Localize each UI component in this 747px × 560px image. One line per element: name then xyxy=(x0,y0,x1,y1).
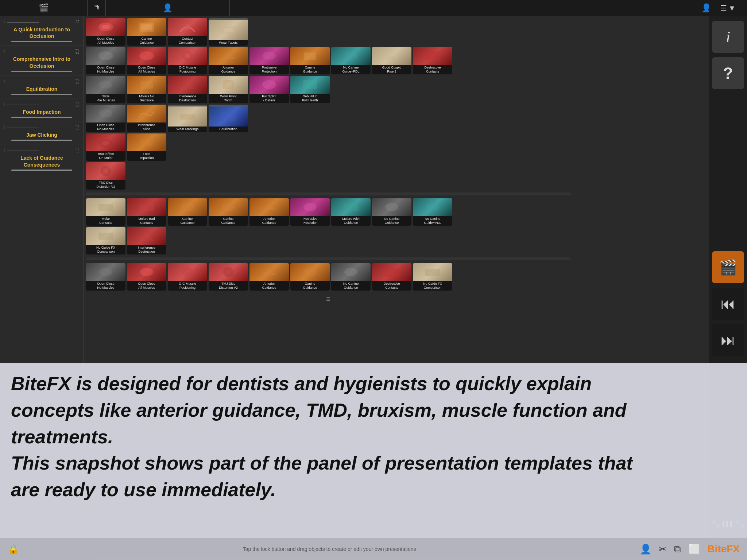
thumb-interference-destruction-2[interactable]: InterferenceDestruction xyxy=(127,227,166,254)
thumb-no-canine-guide-pdl-2[interactable]: No CanineGuide+PDL xyxy=(413,198,452,226)
thumb-label: InterferenceDestruction xyxy=(168,94,207,103)
thumb-tmj-disc-distortion-v2-1[interactable]: TMJ DiscDistortion V2 xyxy=(86,162,125,190)
thumb-equilibration[interactable]: Equilibration xyxy=(209,105,248,132)
copy-btn[interactable]: ⿻ xyxy=(75,19,80,25)
svg-point-41 xyxy=(140,268,153,276)
thumb-no-canine-guide-pdl-1[interactable]: No CanineGuide+PDL xyxy=(331,47,371,74)
thumb-label: Brux EffectOn Molar xyxy=(86,151,125,161)
info-icon-6: i xyxy=(4,148,5,153)
sidebar-item-food-impaction[interactable]: i ———————— ⿻ Food Impaction xyxy=(0,98,84,121)
thumb-no-guide-fx-comparison-2[interactable]: No Guide FXComparison xyxy=(413,263,452,291)
thumb-molar-contacts[interactable]: MolarContacts xyxy=(86,198,125,226)
thumb-molars-bad-contacts[interactable]: Molars BadContacts xyxy=(127,198,166,226)
sidebar-item-comprehensive-intro[interactable]: i ———————— ⿻ Comprehensive Intro to Occl… xyxy=(0,46,84,75)
thumb-label: AnteriorGuidance xyxy=(209,65,248,74)
thumb-oc-muscle-positioning[interactable]: O-C MusclePositioning xyxy=(168,47,207,74)
thumb-destructive-contacts-1[interactable]: DestructiveContacts xyxy=(413,47,452,74)
lock-icon[interactable]: 🔒 xyxy=(7,544,19,555)
thumb-full-splint-details[interactable]: Full Splint- Details xyxy=(249,76,289,103)
copy-btn-6[interactable]: ⿻ xyxy=(75,147,80,153)
copy-btn-2[interactable]: ⿻ xyxy=(75,48,80,54)
svg-point-45 xyxy=(344,268,357,276)
film-icon[interactable]: 🎬 xyxy=(33,3,54,13)
thumb-no-guide-fx-comparison-1[interactable]: No Guide FXComparison xyxy=(86,227,125,254)
svg-rect-24 xyxy=(221,112,236,121)
thumb-anterior-guidance-3[interactable]: AnteriorGuidance xyxy=(249,263,289,291)
thumb-open-close-all-muscles-3[interactable]: Open CloseAll Muscles xyxy=(127,263,166,291)
thumb-protrusive-protection-1[interactable]: ProtrusiveProtection xyxy=(249,47,289,74)
thumb-food-impaction[interactable]: FoodImpaction xyxy=(127,133,166,161)
sidebar-item-lack-of-guidance[interactable]: i ———————— ⿻ Lack of Guidance Consequenc… xyxy=(0,144,84,174)
thumb-label: Molars WithGuidance xyxy=(331,216,371,226)
thumb-slide-no-muscles[interactable]: Slide-No Muscles xyxy=(86,76,125,103)
sidebar-item-quick-intro[interactable]: i ———————— ⿻ A Quick Introduction to Occ… xyxy=(0,16,84,46)
grid-row-8: No Guide FXComparison InterferenceDestru… xyxy=(86,227,570,254)
thumb-no-canine-guidance-2[interactable]: No CanineGuidance xyxy=(331,263,371,291)
list-icon[interactable]: ☰ xyxy=(720,4,727,12)
help-button[interactable]: ? xyxy=(712,57,744,89)
thumb-interference-destruction-1[interactable]: InterferenceDestruction xyxy=(168,76,207,103)
thumb-open-close-all-muscles-1[interactable]: Open CloseAll Muscles xyxy=(86,18,125,46)
thumb-rebuild-to-full-health[interactable]: Rebuild toFull Health xyxy=(290,76,330,103)
sidebar-item-title-2: Comprehensive Intro to Occlusion xyxy=(4,56,80,69)
info-button[interactable]: i xyxy=(712,21,744,53)
thumb-worn-front-tooth[interactable]: Worn FrontTooth xyxy=(209,76,248,103)
svg-rect-16 xyxy=(140,81,153,89)
thumb-anterior-guidance-2[interactable]: AnteriorGuidance xyxy=(249,198,289,226)
thumb-good-cuspid-rise-2[interactable]: Good CuspidRise 2 xyxy=(372,47,411,74)
thumb-open-close-no-muscles-3[interactable]: Open CloseNo Muscles xyxy=(86,263,125,291)
thumb-canine-guidance-2[interactable]: CanineGuidance xyxy=(290,47,330,74)
thumb-oc-muscle-positioning-2[interactable]: O-C MusclePositioning xyxy=(168,263,207,291)
svg-rect-19 xyxy=(225,82,232,88)
scissors-icon[interactable]: ✂ xyxy=(659,544,667,555)
thumb-contact-comparison[interactable]: ContactComparison xyxy=(168,18,207,46)
chevron-down-icon[interactable]: ▼ xyxy=(728,4,736,12)
svg-point-42 xyxy=(182,267,193,277)
window-icon[interactable]: ⬜ xyxy=(688,544,700,555)
thumb-label: No Guide FXComparison xyxy=(413,281,452,291)
person-icon-bottom[interactable]: 👤 xyxy=(640,544,651,555)
thumb-canine-guidance-1[interactable]: CanineGuidance xyxy=(127,18,166,46)
thumb-canine-guidance-3[interactable]: CanineGuidance xyxy=(168,198,207,226)
prev-icon: ⏮ xyxy=(721,296,735,312)
thumb-tmj-disc-distortion-v2-2[interactable]: TMJ DiscDistortion V2 xyxy=(209,263,248,291)
sidebar-item-equilibration[interactable]: i ———————— ⿻ Equilibration xyxy=(0,75,84,98)
thumb-molars-no-guidance[interactable]: Molars NoGuidance xyxy=(127,76,166,103)
thumb-anterior-guidance-1[interactable]: AnteriorGuidance xyxy=(209,47,248,74)
next-button[interactable]: ⏭ xyxy=(712,324,744,356)
copy-btn-4[interactable]: ⿻ xyxy=(75,101,80,107)
svg-point-10 xyxy=(185,53,190,58)
thumb-destructive-contacts-2[interactable]: DestructiveContacts xyxy=(372,263,411,291)
thumb-label: O-C MusclePositioning xyxy=(168,65,207,74)
sidebar-progress-bar-2 xyxy=(11,71,72,72)
thumb-wear-markings[interactable]: Wear Markings xyxy=(168,105,207,132)
film-button[interactable]: 🎬 xyxy=(712,251,744,283)
copy-icon-bottom[interactable]: ⧉ xyxy=(674,544,681,555)
thumb-open-close-all-muscles-2[interactable]: Open CloseAll Muscles xyxy=(127,47,166,74)
prev-button[interactable]: ⏮ xyxy=(712,288,744,320)
thumb-molars-with-guidance[interactable]: Molars WithGuidance xyxy=(331,198,371,226)
thumb-open-close-no-muscles[interactable]: Open CloseNo Muscles xyxy=(86,47,125,74)
person-icon[interactable]: 👤 xyxy=(157,3,178,13)
copy-btn-3[interactable]: ⿻ xyxy=(75,78,80,84)
copy-icon[interactable]: ⿻ xyxy=(88,5,105,11)
thumb-label: InterferenceDestruction xyxy=(127,245,166,254)
svg-point-43 xyxy=(223,267,233,277)
svg-marker-39 xyxy=(139,232,154,241)
thumb-interference-slide[interactable]: InterferenceSlide xyxy=(127,105,166,132)
thumb-no-canine-guidance-1[interactable]: No CanineGuidance xyxy=(372,198,411,226)
thumb-canine-guidance-5[interactable]: CanineGuidance xyxy=(290,263,330,291)
thumb-canine-guidance-4[interactable]: CanineGuidance xyxy=(209,198,248,226)
svg-rect-12 xyxy=(304,52,316,60)
thumb-protrusive-protection-2[interactable]: ProtrusiveProtection xyxy=(290,198,330,226)
thumb-brux-effect-on-molar[interactable]: Brux EffectOn Molar xyxy=(86,133,125,161)
thumb-label: Open CloseNo Muscles xyxy=(86,65,125,74)
thumb-open-close-no-muscles-2[interactable]: Open CloseNo Muscles xyxy=(86,105,125,132)
thumb-wear-facets[interactable]: Wear Facets xyxy=(209,18,248,46)
bottom-bar: 🔒 Tap the lock button and drag objects t… xyxy=(0,538,747,560)
thumb-label: No CanineGuidance xyxy=(331,281,371,291)
copy-btn-5[interactable]: ⿻ xyxy=(75,124,80,130)
svg-rect-30 xyxy=(98,204,113,211)
sidebar-item-jaw-clicking[interactable]: i ———————— ⿻ Jaw Clicking xyxy=(0,121,84,144)
overlay-line-1: BiteFX is designed for dentists and hygi… xyxy=(11,370,736,397)
